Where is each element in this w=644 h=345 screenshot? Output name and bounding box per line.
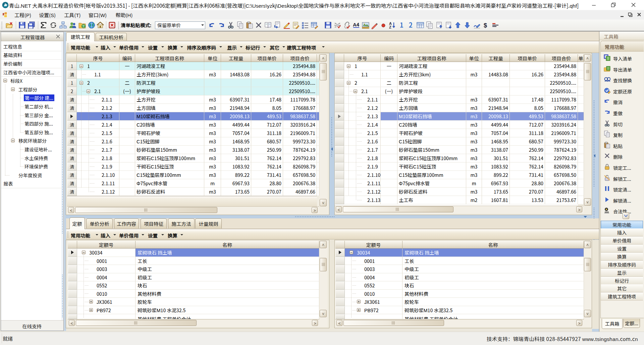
svg-text:$: $ <box>484 21 487 29</box>
svg-text:Z: Z <box>389 24 391 29</box>
svg-text:1: 1 <box>400 21 404 29</box>
svg-text:A4: A4 <box>353 21 360 28</box>
svg-text:2: 2 <box>409 21 413 29</box>
